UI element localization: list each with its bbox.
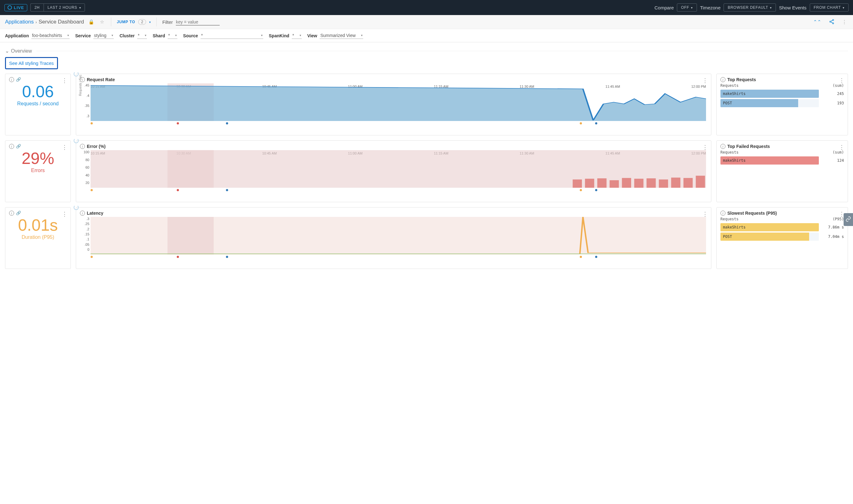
chevron-down-icon: ▾ [145,34,146,37]
card-menu-icon[interactable]: ⋮ [62,211,67,217]
info-icon[interactable]: i [721,77,725,82]
event-dot[interactable] [226,256,228,258]
star-icon[interactable]: ☆ [99,18,105,25]
filter-spankind-label: SpanKind [269,33,289,38]
show-events-button[interactable]: FROM CHART ▾ [810,3,849,12]
share-icon[interactable] [828,18,836,26]
link-icon[interactable]: 🔗 [16,211,21,216]
event-dot[interactable] [580,256,582,258]
latency-chart[interactable] [91,217,706,254]
info-icon[interactable]: i [721,211,725,216]
info-icon[interactable]: i [9,211,14,216]
filter-input[interactable] [176,19,220,25]
filter-source-label: Source [183,33,198,38]
overview-section-header[interactable]: ⌄ Overview [5,48,848,54]
breadcrumb-root-link[interactable]: Applications [5,19,34,25]
svg-rect-20 [168,217,214,254]
filter-application-select[interactable]: foo-beachshirts▾ [31,32,70,39]
requests-label: Requests / second [9,101,67,107]
event-dot[interactable] [177,122,179,124]
event-dot[interactable] [595,256,597,258]
card-menu-icon[interactable]: ⋮ [62,77,67,84]
chevron-down-icon: ▾ [175,34,177,37]
see-all-traces-link[interactable]: See All styling Traces [9,60,54,66]
timezone-label: Timezone [700,5,721,10]
error-chart[interactable] [91,150,706,188]
collapse-up-icon[interactable]: ⌃⌃ [812,18,822,25]
time-range-short-button[interactable]: 2H [31,3,43,12]
event-dot[interactable] [91,122,93,124]
event-dot[interactable] [91,256,93,258]
card-menu-icon[interactable]: ⋮ [702,77,708,84]
filter-view-select[interactable]: Summarized View▾ [320,32,363,39]
chevron-down-icon: ▾ [843,6,845,10]
info-icon[interactable]: i [80,144,85,149]
chart-title: Request Rate [87,77,115,82]
lock-icon[interactable]: 🔒 [87,18,95,25]
event-dot[interactable] [177,189,179,191]
event-dot[interactable] [91,189,93,191]
top-requests-title: Top Requests [727,77,756,82]
card-menu-icon[interactable]: ⋮ [702,211,708,217]
link-icon[interactable]: 🔗 [16,77,21,82]
info-icon[interactable]: i [721,144,725,149]
svg-rect-17 [684,178,693,188]
compare-label: Compare [654,5,674,10]
live-button[interactable]: LIVE [4,4,27,11]
filter-spankind-select[interactable]: *▾ [292,32,302,39]
bar-row[interactable]: makeShirts124 [721,157,844,165]
chevron-down-icon[interactable]: ▾ [149,20,151,24]
filter-label: Filter [162,19,173,25]
filter-bar: Application foo-beachshirts▾ Service sty… [0,29,853,42]
bar-row[interactable]: POST7.04m s [721,233,844,241]
event-dot[interactable] [226,189,228,191]
bar-row[interactable]: POST193 [721,99,844,107]
event-dot[interactable] [595,122,597,124]
filter-source-select[interactable]: *▾ [201,32,263,39]
chevron-down-icon: ▾ [261,34,262,37]
top-requests-card: i Top Requests ⋮ Requests(sum) makeShirt… [716,74,848,136]
chart-card-latency: i Latency ⋮ .3.25.2.15.1.050 10:15 AM10:… [76,207,711,269]
permalink-tab-icon[interactable] [843,213,853,226]
breadcrumb: Applications › Service Dashboard [5,19,84,25]
filter-cluster-select[interactable]: *▾ [137,32,147,39]
chevron-down-icon: ▾ [691,6,693,10]
top-failed-card: i Top Failed Requests ⋮ Requests(sum) ma… [716,140,848,202]
card-menu-icon[interactable]: ⋮ [702,144,708,151]
request-rate-chart[interactable] [91,83,706,121]
stat-card-errors: i🔗 ⋮ 29% Errors [5,140,71,202]
chevron-down-icon: ▾ [361,34,363,37]
link-icon[interactable]: 🔗 [16,144,21,149]
card-menu-icon[interactable]: ⋮ [839,144,845,151]
top-bar: LIVE 2H LAST 2 HOURS ▾ Compare OFF ▾ Tim… [0,0,853,15]
event-dot[interactable] [580,189,582,191]
timezone-button[interactable]: BROWSER DEFAULT ▾ [724,3,776,12]
slowest-requests-card: i Slowest Requests (P95) ⋮ Requests(P95)… [716,207,848,269]
bar-row[interactable]: makeShirts7.86m s [721,223,844,231]
see-all-traces-highlight: See All styling Traces [5,57,58,69]
info-icon[interactable]: i [80,211,85,216]
filter-shard-select[interactable]: *▾ [168,32,177,39]
info-icon[interactable]: i [9,77,14,82]
filter-service-select[interactable]: styling▾ [93,32,114,39]
jump-to-button[interactable]: JUMP TO [117,20,135,24]
latency-label: Duration (P95) [9,234,67,240]
time-range-long-button[interactable]: LAST 2 HOURS ▾ [43,3,85,12]
errors-label: Errors [9,168,67,173]
event-dot[interactable] [226,122,228,124]
info-icon[interactable]: i [9,144,14,149]
bar-row[interactable]: makeShirts245 [721,90,844,98]
event-dot[interactable] [177,256,179,258]
breadcrumb-bar: Applications › Service Dashboard 🔒 ☆ JUM… [0,15,853,29]
event-dot[interactable] [595,189,597,191]
compare-button[interactable]: OFF ▾ [677,3,697,12]
more-menu-icon[interactable]: ⋮ [841,18,848,25]
svg-rect-10 [597,178,606,188]
card-menu-icon[interactable]: ⋮ [62,144,67,151]
card-menu-icon[interactable]: ⋮ [839,77,845,84]
chart-title: Latency [87,211,104,216]
loading-spinner-icon [74,138,79,143]
show-events-label: Show Events [779,5,806,10]
filter-shard-label: Shard [152,33,165,38]
event-dot[interactable] [580,122,582,124]
